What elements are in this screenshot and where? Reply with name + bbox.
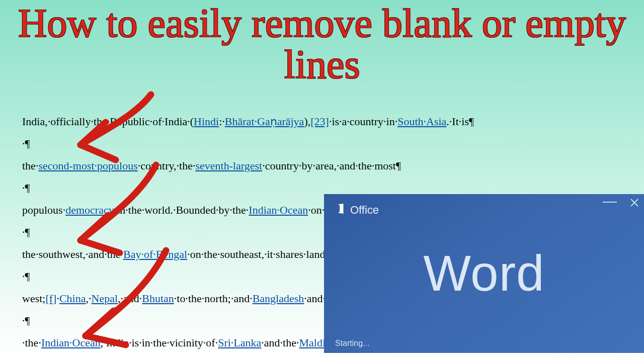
text-run: ·¶	[22, 270, 30, 283]
office-logo-icon	[335, 203, 346, 217]
hyperlink[interactable]: Sri·Lanka	[218, 336, 261, 349]
text-run: ,·	[86, 292, 92, 305]
hyperlink[interactable]: [23]	[310, 115, 329, 128]
app-name: Word	[324, 244, 644, 302]
hyperlink[interactable]: Bay·of·Bengal	[123, 248, 187, 260]
text-run: ·country·by·area,·and·the·most¶	[262, 159, 401, 172]
text-run: India,·officially·the·Republic·of·India·…	[22, 115, 194, 128]
text-run: ·on·the·southeast,·it·shares·land	[187, 248, 325, 260]
text-run: ),	[304, 115, 310, 128]
hyperlink[interactable]: Bhutan	[142, 292, 174, 305]
text-run: .·It·is¶	[446, 115, 474, 128]
thumbnail-title: How to easily remove blank or empty line…	[0, 3, 644, 85]
hyperlink[interactable]: Nepal	[92, 292, 118, 305]
text-run: :·	[219, 115, 225, 128]
document-line: India,·officially·the·Republic·of·India·…	[22, 111, 525, 133]
text-run: ·in·the·world.·Bounded·by·the·	[114, 204, 249, 216]
text-run: ,·and·	[118, 292, 142, 305]
text-run: ·¶	[22, 137, 30, 150]
status-text: Starting...	[335, 339, 369, 348]
text-run: ·¶	[22, 314, 30, 327]
hyperlink[interactable]: Bhārat·Gaṇarājya	[225, 115, 304, 128]
word-splash-screen: — Office Word Starting...	[324, 194, 644, 353]
close-icon	[630, 198, 639, 207]
hyperlink[interactable]: seventh-largest	[195, 159, 262, 172]
text-run: ·to·the·north;·and·	[174, 292, 253, 305]
brand-label: Office	[350, 204, 379, 217]
text-run: the·	[22, 159, 38, 172]
hyperlink[interactable]: Bangladesh	[253, 292, 304, 305]
text-run: ,·India·is·in·the·vicinity·of·	[101, 336, 218, 349]
hyperlink[interactable]: [f]	[45, 292, 56, 305]
hyperlink[interactable]: Maldi	[299, 336, 326, 349]
text-run: populous·	[22, 204, 65, 216]
text-run: ·country,·the·	[138, 159, 196, 172]
text-run: ·and·the·	[261, 336, 299, 349]
hyperlink[interactable]: democracy	[65, 204, 114, 216]
hyperlink[interactable]: second-most·populous	[38, 159, 137, 172]
text-run: the·southwest,·and·the·	[22, 248, 123, 260]
text-run: ·¶	[22, 226, 30, 238]
document-line: ·¶	[22, 133, 525, 155]
hyperlink[interactable]: South·Asia	[397, 115, 446, 128]
hyperlink[interactable]: Indian·Ocean	[249, 204, 308, 216]
text-run: ·is·a·country·in·	[329, 115, 397, 128]
hyperlink[interactable]: China	[59, 292, 86, 305]
text-run: ·¶	[22, 182, 30, 194]
document-line: the·second-most·populous·country,·the·se…	[22, 155, 525, 177]
text-run: west;	[22, 292, 45, 305]
text-run: ·the·	[22, 336, 41, 349]
minimize-button[interactable]: —	[603, 198, 617, 209]
hyperlink[interactable]: Indian·Ocean	[41, 336, 101, 349]
text-run: ·and·	[304, 292, 326, 305]
close-button[interactable]	[630, 198, 639, 209]
hyperlink[interactable]: Hindi	[194, 115, 219, 128]
